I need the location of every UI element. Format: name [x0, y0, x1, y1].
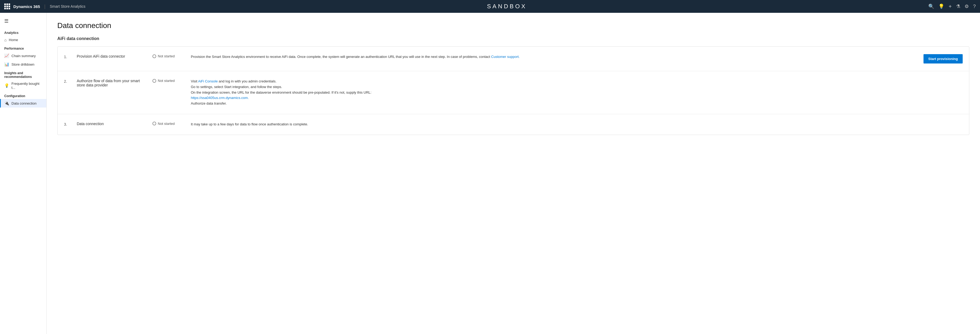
sidebar-item-store-drilldown-label: Store drilldown	[11, 62, 34, 66]
settings-icon[interactable]: ⚙	[964, 3, 969, 10]
customer-support-link[interactable]: Customer support.	[491, 55, 520, 59]
step-2-description: Visit AiFi Console and log in with you a…	[191, 79, 914, 106]
sidebar: ☰ Analytics ⌂ Home Performance 📈 Chain s…	[0, 13, 47, 334]
sidebar-item-chain-summary-label: Chain summary	[11, 54, 36, 58]
step-1-label: Provision AiFi data connector	[77, 54, 146, 58]
search-icon[interactable]: 🔍	[928, 3, 934, 10]
step-3-status-text: Not started	[158, 121, 175, 126]
connection-card: 1. Provision AiFi data connector Not sta…	[57, 46, 969, 135]
brand-name: Dynamics 365	[13, 4, 40, 9]
sidebar-item-frequently-bought[interactable]: 💡 Frequently bought t...	[0, 80, 46, 91]
sidebar-section-analytics: Analytics	[0, 28, 46, 36]
sidebar-item-store-drilldown[interactable]: 📊 Store drilldown	[0, 60, 46, 69]
step-1-status: Not started	[153, 54, 185, 58]
home-icon: ⌂	[4, 38, 7, 42]
chart-line-icon: 📈	[4, 53, 10, 58]
step-2-status-text: Not started	[158, 79, 175, 83]
step-2-radio	[153, 79, 156, 83]
page-title: Data connection	[57, 21, 969, 30]
step-2-label: Authorize flow of data from your smart s…	[77, 79, 146, 87]
sidebar-item-frequently-bought-label: Frequently bought t...	[11, 82, 42, 89]
help-icon[interactable]: ?	[973, 4, 976, 10]
brand-separator: |	[44, 4, 46, 10]
step-1-action: Start provisioning	[920, 54, 963, 64]
sidebar-item-chain-summary[interactable]: 📈 Chain summary	[0, 51, 46, 60]
sidebar-item-home-label: Home	[9, 38, 18, 42]
step-3-status: Not started	[153, 121, 185, 126]
step-1-number: 1.	[64, 54, 70, 59]
plug-icon: 🔌	[4, 101, 10, 105]
sidebar-menu-button[interactable]: ☰	[0, 16, 46, 26]
section-title: AiFi data connection	[57, 36, 969, 41]
step-3: 3. Data connection Not started It may ta…	[57, 114, 969, 135]
topbar: Dynamics 365 | Smart Store Analytics SAN…	[0, 0, 980, 13]
step-2-number: 2.	[64, 79, 70, 83]
step-1: 1. Provision AiFi data connector Not sta…	[57, 47, 969, 71]
aifi-console-link[interactable]: AiFi Console	[198, 79, 218, 83]
lightbulb-icon[interactable]: 💡	[939, 3, 944, 10]
main-content: Data connection AiFi data connection 1. …	[47, 13, 980, 334]
add-icon[interactable]: +	[948, 3, 952, 10]
sidebar-item-data-connection-label: Data connection	[11, 101, 37, 105]
sidebar-item-data-connection[interactable]: 🔌 Data connection	[0, 99, 46, 107]
filter-icon[interactable]: ⚗	[956, 3, 960, 10]
sandbox-label: SANDBOX	[86, 3, 929, 10]
dataverse-url-link[interactable]: https://ssa0405us.crm.dynamics.com.	[191, 96, 249, 100]
step-3-description: It may take up to a few days for data to…	[191, 121, 914, 127]
bulb-icon: 💡	[4, 83, 10, 88]
step-1-radio	[153, 54, 156, 58]
step-3-number: 3.	[64, 121, 70, 126]
chart-bar-icon: 📊	[4, 62, 10, 67]
step-3-radio	[153, 121, 156, 125]
step-2: 2. Authorize flow of data from your smar…	[57, 71, 969, 114]
sidebar-section-performance: Performance	[0, 44, 46, 51]
step-3-label: Data connection	[77, 121, 146, 126]
step-2-status: Not started	[153, 79, 185, 83]
waffle-menu-icon[interactable]	[4, 3, 10, 10]
step-1-description: Provision the Smart Store Analytics envi…	[191, 54, 914, 60]
sidebar-section-configuration: Configuration	[0, 91, 46, 99]
step-1-status-text: Not started	[158, 54, 175, 58]
app-name: Smart Store Analytics	[50, 4, 86, 8]
sidebar-item-home[interactable]: ⌂ Home	[0, 36, 46, 44]
sidebar-section-insights: Insights and recommendations	[0, 69, 46, 80]
start-provisioning-button[interactable]: Start provisioning	[923, 54, 963, 64]
